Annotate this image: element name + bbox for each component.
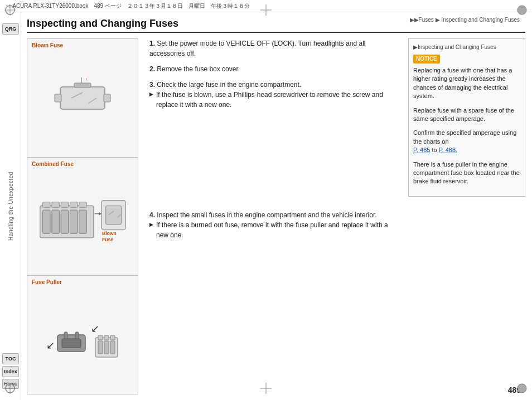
svg-rect-15 [51,202,59,208]
step-3: 3. Check the large fuse in the engine co… [149,80,397,110]
svg-rect-14 [42,202,50,208]
sidebar-item-qrg[interactable]: QRG [2,23,19,35]
diagram-fuse-puller: Fuse Puller ↙ ↙ [27,276,138,394]
notice-breadcrumb-text: ▶Inspecting and Changing Fuses [413,43,496,51]
svg-rect-5 [74,83,91,87]
step4-sub: If there is a burned out fuse, remove it… [156,220,397,240]
svg-text:↙: ↙ [91,323,99,334]
notice-text-2: Replace fuse with a spare fuse of the sa… [413,106,520,124]
qrg-button[interactable]: QRG [2,23,19,35]
svg-text:Blown: Blown [102,231,117,236]
svg-marker-24 [99,212,101,216]
svg-rect-36 [110,341,115,354]
blown-fuse-svg: ↑ [43,73,122,123]
diagram-combined-fuse: Combined Fuse [27,158,138,276]
svg-point-47 [518,384,526,393]
svg-text:↑: ↑ [85,77,88,82]
fuse-puller-svg: ↙ ↙ [41,304,124,365]
svg-rect-20 [105,206,121,225]
notice-breadcrumb: ▶Inspecting and Changing Fuses [413,43,520,51]
step3-text: Check the large fuse in the engine compa… [157,81,301,89]
svg-rect-3 [55,94,61,102]
content-area: Inspecting and Changing Fuses Blown Fuse [21,12,532,400]
sidebar: QRG Handling the Unexpected TOC Index Ho… [0,12,21,400]
diagrams-column: Blown Fuse [27,38,138,394]
svg-rect-17 [70,202,77,208]
corner-mark-tl [4,4,16,17]
sidebar-vertical-label: Handling the Unexpected [7,172,13,241]
diagram-blown-fuse: Blown Fuse [27,39,138,158]
notice-link-2[interactable]: P. 488. [439,147,457,153]
step4-text: Inspect the small fuses in the engine co… [157,211,376,219]
svg-rect-0 [60,87,105,109]
page-container: QRG Handling the Unexpected TOC Index Ho… [0,12,532,400]
svg-rect-18 [79,202,86,208]
page-title: Inspecting and Changing Fuses [27,18,178,30]
combined-fuse-label: Combined Fuse [32,161,74,167]
svg-text:↙: ↙ [46,340,55,351]
svg-rect-4 [104,94,110,102]
step-1: 1. Set the power mode to VEHICLE OFF (LO… [149,38,397,58]
notice-text-3: Confirm the specified amperage using the… [413,129,520,154]
svg-point-43 [518,6,526,14]
instructions-column: 1. Set the power mode to VEHICLE OFF (LO… [145,38,402,394]
corner-mark-bl [4,383,16,396]
svg-rect-37 [98,335,103,340]
svg-rect-10 [51,210,59,233]
page-header: Inspecting and Changing Fuses [27,18,525,33]
svg-rect-38 [104,335,109,340]
svg-rect-28 [62,339,81,348]
notice-link-1[interactable]: P. 485 [413,147,430,153]
step4-sub-text: If there is a burned out fuse, remove it… [156,221,388,239]
main-split: Blown Fuse [27,38,525,394]
step-2: 2. Remove the fuse box cover. [149,64,397,74]
svg-rect-11 [61,210,68,233]
svg-rect-39 [110,335,115,340]
svg-rect-13 [79,210,86,233]
step-4: 4. Inspect the small fuses in the engine… [149,210,397,240]
svg-rect-30 [75,332,79,339]
svg-rect-35 [104,341,109,354]
svg-rect-29 [64,332,67,339]
svg-rect-9 [42,210,50,233]
step3-sub-text: If the fuse is blown, use a Phillips-hea… [156,91,383,109]
index-button[interactable]: Index [2,366,19,377]
combined-fuse-svg: Blown Fuse [34,184,132,248]
corner-mark-br [516,383,528,396]
svg-text:Fuse: Fuse [102,237,113,242]
svg-rect-12 [70,210,77,233]
toc-button[interactable]: TOC [2,353,19,364]
notice-text-1: Replacing a fuse with one that has a hig… [413,66,520,101]
top-crosshair [260,4,272,17]
svg-rect-16 [61,202,68,208]
step3-sub: If the fuse is blown, use a Phillips-hea… [156,90,397,110]
blown-fuse-label: Blown Fuse [32,42,63,48]
notice-badge: NOTICE [413,55,440,64]
notice-text-4: There is a fuse puller in the engine com… [413,160,520,186]
bottom-crosshair [260,383,272,396]
step1-text: Set the power mode to VEHICLE OFF (LOCK)… [149,40,366,57]
notice-column: ▶Inspecting and Changing Fuses NOTICE Re… [408,38,525,197]
step2-text: Remove the fuse box cover. [157,65,240,73]
fuse-puller-label: Fuse Puller [32,279,62,285]
svg-rect-34 [98,341,103,354]
top-bar-text: ↑↑ ACURA RLX-31TY26000.book 489 ページ ２０１３… [6,2,250,10]
corner-mark-tr [516,4,528,17]
